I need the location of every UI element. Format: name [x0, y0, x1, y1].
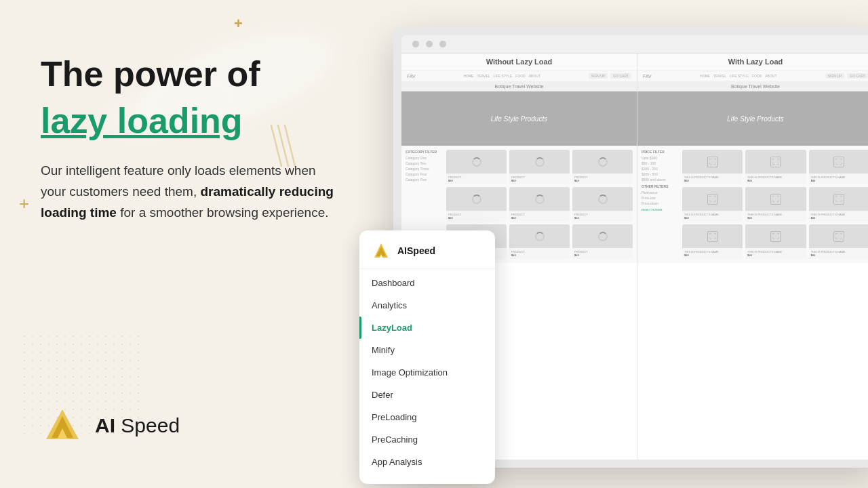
- product-card: THIS IS PRODUCT'S NAME$##: [745, 150, 806, 184]
- sidebar-filter-right: PRICE FILTER Upto $100 $50 - 100 $100 - …: [642, 150, 682, 259]
- brand-speed: Speed: [121, 414, 180, 436]
- brand-ai: AI: [95, 414, 115, 436]
- hero-title-line2: lazy loading: [41, 100, 366, 141]
- hero-text-left: Life Style Products: [491, 115, 547, 123]
- product-card: PRODUCT$##: [572, 187, 633, 222]
- decorative-plus: +: [234, 15, 243, 33]
- brand-name: AI Speed: [95, 414, 180, 437]
- browser-btn-maximize: [439, 41, 446, 47]
- popup-menu-item-analytics[interactable]: Analytics: [359, 294, 495, 317]
- site-logo-right: FAV: [643, 74, 652, 79]
- loading-spinner: [535, 195, 545, 204]
- site-nav-links-left: HOME TRAVEL LIFE STYLE FOOD ABOUT: [463, 74, 540, 78]
- loading-spinner: [598, 195, 608, 204]
- product-card: THIS IS PRODUCT'S NAME$##: [809, 224, 868, 259]
- hero-text-right: Life Style Products: [727, 115, 783, 123]
- filter-title-left: CATEGORY FILTER: [406, 150, 442, 154]
- loading-spinner: [535, 232, 545, 241]
- loading-spinner: [472, 157, 481, 167]
- popup-menu-item-lazyload[interactable]: LazyLoad: [359, 317, 495, 339]
- image-placeholder: [707, 157, 718, 167]
- image-placeholder: [770, 157, 781, 167]
- popup-menu-item-minify[interactable]: Minify: [359, 339, 495, 361]
- loading-spinner: [472, 195, 481, 204]
- brand-logo: AI Speed: [41, 404, 180, 447]
- image-placeholder: [770, 231, 781, 242]
- products-grid-right: THIS IS PRODUCT'S NAME$## THIS IS PRODUC…: [682, 150, 868, 259]
- product-card: PRODUCT$##: [572, 224, 633, 259]
- product-card: THIS IS PRODUCT'S NAME$##: [682, 224, 743, 259]
- hero-description: Our intelligent feature only loads eleme…: [41, 160, 339, 224]
- popup-menu-item-preloading[interactable]: PreLoading: [359, 406, 495, 428]
- aispeed-menu-popup: AISpeed Dashboard Analytics LazyLoad Min…: [359, 230, 495, 484]
- hero-title-line1: The power of: [41, 54, 366, 95]
- reset-filters-link[interactable]: RESET FILTERS: [642, 208, 678, 211]
- popup-menu-item-precaching[interactable]: PreCaching: [359, 428, 495, 451]
- site-hero-right: Life Style Products: [637, 92, 868, 146]
- panel-label-left: Without Lazy Load: [401, 54, 637, 70]
- product-card: THIS IS PRODUCT'S NAME$##: [809, 150, 868, 184]
- browser-chrome: [401, 35, 868, 54]
- loading-spinner: [535, 157, 545, 167]
- site-nav-right: FAV HOME TRAVEL LIFE STYLE FOOD ABOUT SI…: [637, 70, 868, 82]
- image-placeholder: [833, 231, 844, 242]
- site-nav-btns-left: SIGN UP GO CART: [589, 73, 631, 79]
- image-placeholder: [707, 231, 718, 242]
- panel-label-right: With Lazy Load: [637, 54, 868, 70]
- site-nav-left: FAV HOME TRAVEL LIFE STYLE FOOD ABOUT SI…: [401, 70, 637, 82]
- browser-btn-minimize: [426, 41, 433, 47]
- product-card: THIS IS PRODUCT'S NAME$##: [745, 224, 806, 259]
- product-card: THIS IS PRODUCT'S NAME$##: [809, 187, 868, 222]
- image-placeholder: [833, 194, 844, 205]
- product-card: PRODUCT$##: [509, 150, 570, 184]
- image-placeholder: [707, 194, 718, 205]
- popup-header: AISpeed: [359, 241, 495, 269]
- product-card: PRODUCT$##: [509, 224, 570, 259]
- site-nav-btns-right: SIGN UP GO CART: [825, 73, 868, 79]
- browser-btn-close: [412, 41, 419, 47]
- popup-menu-item-image-optimization[interactable]: Image Optimization: [359, 361, 495, 384]
- hero-content: The power of lazy loading Our intelligen…: [41, 54, 366, 224]
- aispeed-logo-icon: [41, 404, 84, 447]
- image-placeholder: [770, 194, 781, 205]
- product-card: THIS IS PRODUCT'S NAME$##: [682, 150, 743, 184]
- product-card: PRODUCT$##: [509, 187, 570, 222]
- site-nav-links-right: HOME TRAVEL LIFE STYLE FOOD ABOUT: [700, 74, 777, 78]
- loading-spinner: [598, 232, 608, 241]
- site-hero-left: Life Style Products: [401, 92, 637, 146]
- site-body-right: PRICE FILTER Upto $100 $50 - 100 $100 - …: [637, 146, 868, 263]
- panel-with-lazy: With Lazy Load FAV HOME TRAVEL LIFE STYL…: [637, 54, 868, 460]
- description-text-end: for a smoother browsing experience.: [117, 205, 329, 220]
- left-plus-decoration: +: [19, 193, 29, 214]
- popup-app-name: AISpeed: [397, 245, 435, 256]
- product-card: PRODUCT$##: [446, 150, 507, 184]
- site-subtitle-left: Botique Travel Website: [401, 82, 637, 92]
- popup-menu-item-app-analysis[interactable]: App Analysis: [359, 451, 495, 473]
- site-logo-left: FAV: [407, 74, 416, 79]
- other-filter-title: OTHER FILTERS: [642, 184, 678, 188]
- image-placeholder: [833, 157, 844, 167]
- loading-spinner: [598, 157, 608, 167]
- product-card: THIS IS PRODUCT'S NAME$##: [745, 187, 806, 222]
- site-subtitle-right: Botique Travel Website: [637, 82, 868, 92]
- product-card: PRODUCT$##: [446, 187, 507, 222]
- product-card: PRODUCT$##: [572, 150, 633, 184]
- popup-menu-item-defer[interactable]: Defer: [359, 384, 495, 406]
- product-card: THIS IS PRODUCT'S NAME$##: [682, 187, 743, 222]
- popup-menu-item-dashboard[interactable]: Dashboard: [359, 272, 495, 294]
- popup-logo-icon: [372, 241, 391, 260]
- filter-title-right: PRICE FILTER: [642, 150, 678, 154]
